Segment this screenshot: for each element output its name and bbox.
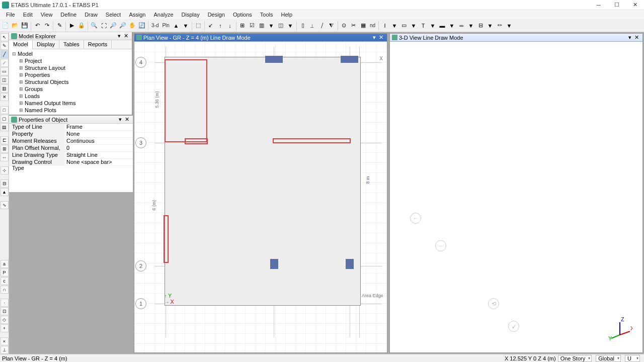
tab-model[interactable]: Model (9, 40, 33, 49)
lock-icon[interactable]: 🔒 (77, 21, 86, 30)
menu-assign[interactable]: Assign (125, 11, 149, 19)
elev-down-icon[interactable]: ▼ (181, 21, 190, 30)
pencil-icon[interactable]: ✎ (55, 21, 64, 30)
menu-tools[interactable]: Tools (256, 11, 277, 19)
grid-snap-icon[interactable]: ⊟ (1, 179, 9, 188)
tee-icon[interactable]: T (419, 21, 428, 30)
snap1-icon[interactable]: · (1, 299, 9, 307)
joint-icon[interactable]: ⊙ (340, 21, 349, 30)
menu-define[interactable]: Define (56, 11, 80, 19)
section-tool-icon[interactable]: ⊏ (1, 136, 9, 144)
nav-left-icon[interactable]: ← (410, 213, 421, 224)
properties-title-bar[interactable]: Properties of Object ▾ ✕ (9, 116, 133, 124)
tree-groups[interactable]: ⊞Groups (11, 85, 130, 93)
intersect-icon[interactable]: ∩ (1, 286, 9, 294)
snap-tool-icon[interactable]: ⊹ (1, 166, 9, 174)
expand-icon[interactable]: ⊞ (18, 101, 24, 106)
shrink-icon[interactable]: ↙ (206, 21, 215, 30)
expand-icon[interactable]: ⊞ (18, 58, 24, 63)
new-icon[interactable]: 📄 (1, 21, 10, 30)
maximize-button[interactable]: ☐ (610, 1, 624, 10)
3d-title-bar[interactable]: 3-D View Line Draw Mode ▾ ✕ (390, 34, 642, 42)
cube-icon[interactable]: ◫ (276, 21, 285, 30)
rect-icon[interactable]: ▭ (399, 21, 409, 30)
menu-display[interactable]: Display (178, 11, 204, 19)
zoom-in-icon[interactable]: 🔎 (109, 21, 118, 30)
snap2-icon[interactable]: ⊡ (1, 307, 9, 315)
brace-icon[interactable]: ⧸ (317, 21, 327, 30)
wide-icon[interactable]: ▬ (438, 21, 447, 30)
dropdown6-icon[interactable]: ▼ (447, 21, 456, 30)
line-tool-icon[interactable]: ╱ (1, 50, 9, 58)
zoom-window-icon[interactable]: 🔍 (90, 21, 99, 30)
menu-view[interactable]: View (37, 11, 57, 19)
close-button[interactable]: ✕ (628, 1, 642, 10)
snap3-icon[interactable]: ◇ (1, 316, 9, 324)
clear-sel-icon[interactable]: c (1, 277, 9, 285)
expand-icon[interactable]: ⊞ (18, 72, 24, 77)
menu-analyze[interactable]: Analyze (149, 11, 177, 19)
explorer-title-bar[interactable]: Model Explorer ▾ ✕ (9, 32, 132, 40)
menu-draw[interactable]: Draw (80, 11, 102, 19)
redo-icon[interactable]: ↷ (42, 21, 51, 30)
dropdown2-icon[interactable]: ▼ (286, 21, 295, 30)
prop-row[interactable]: Drawing Control TypeNone <space bar> (9, 159, 133, 166)
minimize-button[interactable]: ─ (592, 1, 606, 10)
nd-label[interactable]: nd (368, 23, 377, 28)
menu-help[interactable]: Help (277, 11, 297, 19)
zoom-out-icon[interactable]: 🔎 (118, 21, 127, 30)
menu-options[interactable]: Options (229, 11, 256, 19)
zoom-extents-icon[interactable]: ⛶ (99, 21, 108, 30)
quick-rect-tool-icon[interactable]: ◫ (1, 76, 9, 84)
dropdown3-icon[interactable]: ▼ (390, 21, 399, 30)
square-tool-icon[interactable]: □ (1, 106, 9, 114)
menu-edit[interactable]: Edit (19, 11, 37, 19)
dim-tool-icon[interactable]: ↔ (1, 153, 9, 161)
coord-system-combo[interactable]: Global (596, 355, 621, 362)
properties-close-icon[interactable]: ✕ (123, 116, 131, 123)
grid2-icon[interactable]: ⊟ (476, 21, 485, 30)
open-icon[interactable]: 📂 (11, 21, 20, 30)
3d-close-icon[interactable]: ✕ (633, 34, 640, 41)
expand-icon[interactable]: ⊞ (18, 86, 24, 92)
rect-tool-icon[interactable]: ▭ (1, 67, 9, 75)
prop-row[interactable]: Plan Offset Normal, mm0 (9, 145, 133, 152)
layers-icon[interactable]: ▥ (257, 21, 266, 30)
explorer-close-icon[interactable]: ✕ (122, 33, 130, 39)
slab-tool-icon[interactable]: ▤ (1, 123, 9, 131)
story-combo[interactable]: One Story (558, 355, 592, 362)
check-icon[interactable]: ☑ (248, 21, 257, 30)
view-3d-label[interactable]: 3-d (150, 23, 160, 28)
dropdown1-icon[interactable]: ▼ (267, 21, 276, 30)
tree-project[interactable]: ⊞Project (11, 57, 130, 64)
prop-row[interactable]: Type of LineFrame (9, 124, 133, 131)
quick-line-tool-icon[interactable]: ⟋ (1, 59, 9, 67)
expand-icon[interactable]: ⊞ (18, 79, 24, 84)
wave-icon[interactable]: ∿ (1, 201, 9, 209)
box-tool-icon[interactable]: ▢ (1, 115, 9, 123)
dropdown9-icon[interactable]: ▼ (505, 21, 514, 30)
arrow-down-icon[interactable]: ↓ (225, 21, 234, 30)
select-icon[interactable]: ⬚ (194, 21, 203, 30)
grid-tool-icon[interactable]: ⊞ (1, 145, 9, 153)
3d-canvas[interactable]: ← → ⟲ ↙ X Y Z (390, 42, 642, 352)
dropdown5-icon[interactable]: ▼ (428, 21, 437, 30)
joint-tool-icon[interactable]: ✕ (1, 93, 9, 101)
3d-viewport[interactable]: 3-D View Line Draw Mode ▾ ✕ (389, 33, 643, 353)
snap6-icon[interactable]: ⊥ (1, 346, 9, 354)
tree-named-plots[interactable]: ⊞Named Plots (11, 107, 130, 114)
nav-down-icon[interactable]: ↙ (508, 321, 519, 332)
units-combo[interactable]: U (625, 355, 640, 362)
beam-icon[interactable]: ⟂ (308, 21, 317, 30)
explorer-dropdown-icon[interactable]: ▾ (116, 33, 122, 39)
menu-file[interactable]: File (2, 11, 19, 19)
grid-icon[interactable]: ⊞ (238, 21, 247, 30)
expand-icon[interactable]: ⊞ (18, 65, 24, 70)
cone-icon[interactable]: ▲ (1, 188, 9, 196)
plan-viewport[interactable]: Plan View - GR - Z = 4 (m) Line Draw Mod… (134, 33, 387, 353)
menu-select[interactable]: Select (102, 11, 125, 19)
tree-structural-objects[interactable]: ⊞Structural Objects (11, 78, 130, 85)
tree-named-output[interactable]: ⊞Named Output Items (11, 100, 130, 107)
tab-tables[interactable]: Tables (59, 40, 84, 49)
menu-design[interactable]: Design (204, 11, 229, 19)
